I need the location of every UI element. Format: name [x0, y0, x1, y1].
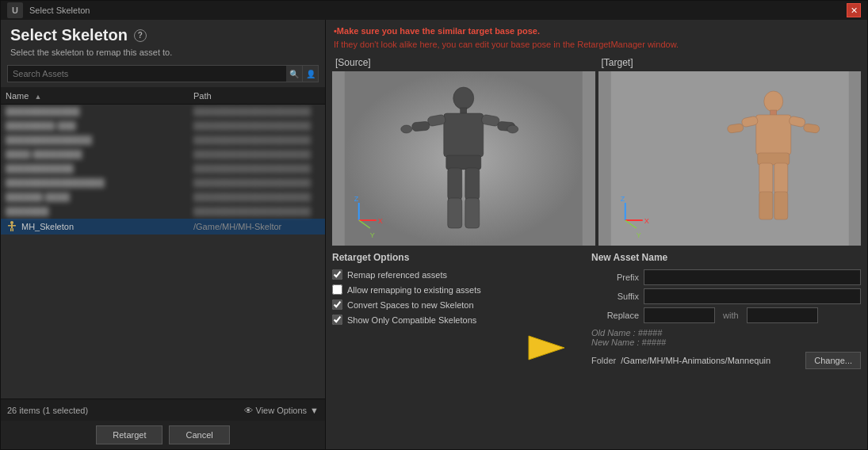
search-extra-button[interactable]: 👤 — [302, 66, 318, 82]
title-bar-text: Select Skeleton — [29, 6, 90, 15]
svg-point-7 — [453, 87, 474, 109]
list-item[interactable]: ███████ ███████████████████ — [1, 204, 325, 219]
convert-spaces-label[interactable]: Convert Spaces to new Skeleton — [347, 300, 474, 310]
list-item[interactable]: ████████████ ███████████████████ — [1, 105, 325, 119]
skeleton-path: /Game/MH/MH-Skeltor — [193, 222, 320, 231]
view-options-button[interactable]: 👁 View Options ▼ — [244, 406, 319, 415]
item-count: 26 items (1 selected) — [7, 406, 88, 415]
left-buttons: Retarget Cancel — [1, 421, 325, 449]
svg-rect-17 — [448, 168, 462, 200]
list-item[interactable]: ██████ ████ ███████████████████ — [1, 190, 325, 204]
chevron-down-icon: ▼ — [310, 406, 319, 415]
show-compatible-label[interactable]: Show Only Compatible Skeletons — [347, 315, 476, 325]
target-figure: Z X Y — [598, 71, 862, 246]
svg-text:Z: Z — [354, 195, 359, 203]
convert-spaces-checkbox[interactable] — [332, 299, 342, 310]
svg-rect-36 — [759, 163, 772, 193]
column-name: Name ▲ — [6, 91, 193, 101]
asset-list[interactable]: ████████████ ███████████████████ ███████… — [1, 105, 325, 399]
warning-area: •Make sure you have the similar target b… — [326, 20, 867, 55]
title-bar: U Select Skeleton ✕ — [1, 1, 867, 20]
search-button[interactable]: 🔍 — [286, 66, 302, 82]
svg-rect-1 — [11, 224, 13, 228]
list-item[interactable]: ██████████████ ███████████████████ — [1, 133, 325, 147]
change-folder-button[interactable]: Change... — [805, 352, 861, 369]
list-item[interactable]: ████ ████████ ███████████████████ — [1, 147, 325, 162]
suffix-input[interactable] — [644, 288, 861, 304]
allow-remap-row: Allow remapping to existing assets — [332, 284, 506, 295]
svg-marker-46 — [529, 336, 564, 360]
with-label: with — [723, 311, 739, 320]
prefix-row: Prefix — [591, 269, 861, 285]
retarget-button[interactable]: Retarget — [96, 425, 163, 444]
bottom-area: Retarget Options Remap referenced assets… — [326, 246, 867, 449]
skeleton-name: MH_Skeleton — [21, 222, 193, 231]
allow-remap-label[interactable]: Allow remapping to existing assets — [347, 285, 481, 295]
show-compatible-row: Show Only Compatible Skeletons — [332, 315, 506, 325]
old-name: Old Name : ##### — [591, 328, 861, 338]
list-item-mh-skeleton[interactable]: MH_Skeleton /Game/MH/MH-Skeltor — [1, 219, 325, 235]
select-skeleton-window: U Select Skeleton ✕ Select Skeleton ? Se… — [0, 0, 868, 450]
source-figure: Z X Y — [332, 71, 595, 246]
list-item[interactable]: ███████████ ███████████████████ — [1, 162, 325, 176]
arrow-area — [518, 252, 579, 443]
source-viewport[interactable]: Z X Y — [332, 71, 595, 246]
svg-point-15 — [507, 125, 518, 133]
cancel-button[interactable]: Cancel — [169, 425, 229, 444]
close-button[interactable]: ✕ — [847, 3, 861, 17]
retarget-options-title: Retarget Options — [332, 252, 506, 263]
column-path: Path — [193, 91, 320, 101]
svg-rect-2 — [8, 225, 11, 227]
svg-text:X: X — [644, 217, 648, 225]
sort-arrow: ▲ — [34, 93, 41, 101]
prefix-input[interactable] — [644, 269, 861, 285]
svg-rect-20 — [465, 198, 480, 228]
old-new-names: Old Name : ##### New Name : ##### — [591, 328, 861, 347]
target-viewport[interactable]: Z X Y — [598, 71, 862, 246]
remap-row: Remap referenced assets — [332, 269, 506, 280]
left-header: Select Skeleton ? Select the skeleton to… — [1, 20, 325, 60]
svg-rect-9 — [444, 113, 484, 157]
help-icon[interactable]: ? — [134, 29, 147, 42]
convert-spaces-row: Convert Spaces to new Skeleton — [332, 299, 506, 310]
replace-with-input[interactable] — [747, 307, 818, 323]
svg-rect-39 — [774, 192, 787, 219]
right-panel: •Make sure you have the similar target b… — [326, 20, 867, 449]
svg-rect-37 — [759, 192, 772, 219]
remap-label[interactable]: Remap referenced assets — [347, 270, 447, 280]
left-panel: Select Skeleton ? Select the skeleton to… — [1, 20, 326, 449]
new-asset-area: New Asset Name Prefix Suffix Replace wit… — [591, 252, 861, 443]
svg-rect-3 — [13, 225, 16, 227]
folder-path: /Game/MH/MH-Animations/Mannequin — [621, 356, 801, 365]
svg-rect-30 — [755, 115, 790, 154]
folder-label: Folder — [591, 356, 616, 365]
prefix-label: Prefix — [591, 273, 639, 282]
main-content: Select Skeleton ? Select the skeleton to… — [1, 20, 867, 449]
eye-icon: 👁 — [244, 406, 253, 415]
left-panel-title: Select Skeleton ? — [10, 26, 315, 44]
search-input[interactable] — [8, 69, 286, 78]
remap-checkbox[interactable] — [332, 269, 342, 280]
left-panel-subtitle: Select the skeleton to remap this asset … — [10, 48, 315, 57]
show-compatible-checkbox[interactable] — [332, 315, 342, 325]
svg-text:X: X — [378, 217, 383, 225]
source-preview: [Source] — [332, 55, 595, 246]
svg-point-12 — [401, 125, 412, 133]
allow-remap-checkbox[interactable] — [332, 284, 342, 295]
target-label: [Target] — [598, 55, 862, 70]
replace-row: Replace with — [591, 307, 861, 323]
folder-row: Folder /Game/MH/MH-Animations/Mannequin … — [591, 352, 861, 369]
replace-input[interactable] — [644, 307, 715, 323]
skeleton-icon — [6, 220, 18, 233]
direction-arrow — [525, 328, 572, 368]
warning-line1: •Make sure you have the similar target b… — [334, 25, 859, 38]
new-asset-title: New Asset Name — [591, 252, 861, 263]
list-item[interactable]: ████████████████ ███████████████████ — [1, 176, 325, 190]
source-label: [Source] — [332, 55, 595, 70]
list-item[interactable]: ████████ ███ ███████████████████ — [1, 119, 325, 133]
new-name: New Name : ##### — [591, 338, 861, 347]
left-footer: 26 items (1 selected) 👁 View Options ▼ — [1, 399, 325, 421]
suffix-label: Suffix — [591, 292, 639, 301]
replace-label: Replace — [591, 311, 639, 320]
svg-rect-4 — [10, 228, 12, 231]
